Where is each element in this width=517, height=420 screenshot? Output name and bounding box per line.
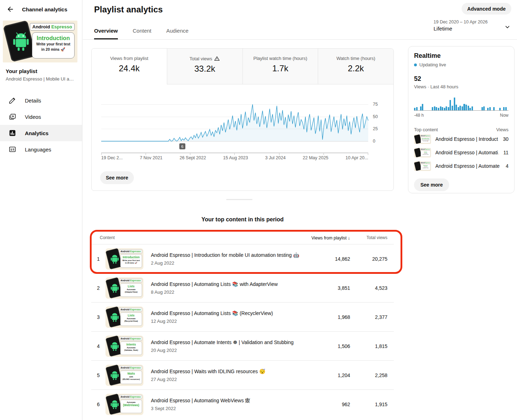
- realtime-title: Realtime: [414, 52, 508, 60]
- video-views: 30: [503, 136, 508, 142]
- video-title: Android Espresso | Automating WebViews 🕸: [151, 397, 308, 404]
- column-content: Content: [91, 235, 308, 240]
- realtime-see-more-button[interactable]: See more: [414, 178, 449, 191]
- date-range-selector[interactable]: 19 Dec 2020 – 10 Apr 2026 Lifetime: [434, 20, 488, 32]
- tab-audience[interactable]: Audience: [166, 28, 189, 39]
- views-from-playlist-value: 14,862: [308, 256, 350, 262]
- realtime-bar-chart: [414, 97, 508, 111]
- your-playlist-label: Your playlist: [6, 68, 76, 74]
- views-trend-chart[interactable]: [101, 102, 368, 143]
- metric-playlist-watch-time[interactable]: Playlist watch time (hours) 1.7k: [243, 49, 318, 84]
- sidebar-item-label: Analytics: [25, 130, 49, 136]
- video-title: Android Espresso | Introduction for mobi…: [151, 252, 308, 258]
- page-title: Playlist analytics: [94, 5, 163, 15]
- video-date: 3 Sept 2022: [151, 406, 308, 411]
- total-views-value: 1,915: [350, 402, 387, 407]
- views-from-playlist-value: 3,851: [308, 285, 350, 291]
- warning-icon: [214, 56, 220, 61]
- table-row[interactable]: 2 Android Espresso ListsAutomate(Adapter…: [91, 273, 394, 302]
- realtime-views-count: 52: [414, 75, 508, 83]
- date-period-text: Lifetime: [434, 26, 488, 32]
- video-title: Android Espresso | Automate Intents ☸ | …: [151, 339, 308, 346]
- captions-icon: [9, 145, 16, 153]
- video-title: Android Espresso | Automate …: [435, 163, 501, 169]
- analytics-chart-card: Views from playlist 24.4k Total views 33…: [91, 48, 394, 191]
- views-from-playlist-value: 1,968: [308, 314, 350, 320]
- y-axis-tick: 50: [373, 114, 378, 119]
- video-thumbnail: Android Espresso IntroductionWrite your …: [414, 134, 431, 144]
- total-views-value: 20,275: [350, 256, 387, 262]
- sidebar-item-details[interactable]: Details: [0, 92, 82, 109]
- metric-tabs: Views from playlist 24.4k Total views 33…: [92, 49, 393, 84]
- back-arrow-icon[interactable]: [6, 5, 15, 13]
- date-range-text: 19 Dec 2020 – 10 Apr 2026: [434, 20, 488, 24]
- videos-icon: [9, 113, 16, 121]
- realtime-item[interactable]: Android Espresso IntroductionWrite your …: [414, 132, 508, 146]
- realtime-item[interactable]: Android Espresso IntentsAutomate(Validat…: [414, 159, 508, 173]
- video-thumbnail: Android Espresso Waitswith(IDLING resour…: [105, 365, 143, 386]
- video-date: 20 Aug 2022: [151, 348, 308, 353]
- video-views: 4: [506, 163, 508, 169]
- video-thumbnail: Android Espresso ListsAutomate(AdapterVi…: [105, 277, 143, 299]
- tab-content[interactable]: Content: [133, 28, 152, 39]
- thumb-title-panel: Introduction Write your first test in 20…: [32, 32, 75, 59]
- y-axis-tick: 25: [373, 126, 378, 131]
- see-more-button[interactable]: See more: [100, 171, 134, 184]
- scroll-handle[interactable]: [226, 199, 252, 200]
- thumb-brand-label: Android Espresso: [30, 23, 75, 31]
- axis-end-label: Now: [500, 113, 508, 118]
- total-views-value: 1,815: [350, 343, 387, 349]
- metric-views-from-playlist[interactable]: Views from playlist 24.4k: [92, 49, 167, 84]
- android-robot-icon: [12, 31, 30, 52]
- video-thumbnail: Android Espresso ListsAutomate(RecyclerV…: [414, 148, 431, 158]
- axis-ticks: [101, 153, 368, 155]
- metric-total-views[interactable]: Total views 33.2k: [167, 49, 243, 84]
- top-content-label: Top content: [414, 127, 438, 132]
- sidebar-item-analytics[interactable]: Analytics: [0, 125, 82, 141]
- video-title: Android Espresso | Introduct…: [435, 136, 499, 142]
- column-views-from-playlist[interactable]: Views from playlist ↓: [308, 235, 350, 241]
- table-row[interactable]: 4 Android Espresso IntentsAutomate(Valid…: [91, 331, 394, 360]
- table-row[interactable]: 1 Android Espresso IntroductionWrite you…: [91, 244, 394, 273]
- chart-tooltip-badge: 6: [179, 143, 185, 149]
- playlist-name: Android Espresso | Mobile UI autom…: [6, 76, 76, 82]
- back-label[interactable]: Channel analytics: [22, 6, 67, 12]
- total-views-value: 2,377: [350, 314, 387, 320]
- video-thumbnail: Android Espresso IntroductionWrite your …: [105, 248, 143, 270]
- table-row[interactable]: 5 Android Espresso Waitswith(IDLING reso…: [91, 360, 394, 389]
- total-views-value: 4,523: [350, 285, 387, 291]
- sidebar-item-languages[interactable]: Languages: [0, 141, 82, 158]
- tab-overview[interactable]: Overview: [94, 28, 118, 39]
- column-total-views[interactable]: Total views: [350, 235, 387, 240]
- realtime-card: Realtime Updating live 52 Views · Last 4…: [408, 46, 515, 193]
- row-rank: 2: [91, 285, 105, 291]
- video-views: 11: [503, 150, 508, 155]
- sidebar-item-label: Details: [25, 98, 41, 104]
- video-title: Android Espresso | Waits with IDLING res…: [151, 368, 308, 375]
- main-content: Playlist analytics Advanced mode Overvie…: [83, 0, 517, 420]
- realtime-item[interactable]: Android Espresso ListsAutomate(RecyclerV…: [414, 146, 508, 159]
- row-rank: 1: [91, 256, 105, 262]
- row-rank: 6: [91, 402, 105, 407]
- metric-watch-time[interactable]: Watch time (hours) 2.2k: [318, 49, 393, 84]
- sidebar-item-videos[interactable]: Videos: [0, 109, 82, 125]
- video-date: 27 Aug 2022: [151, 377, 308, 382]
- advanced-mode-button[interactable]: Advanced mode: [462, 3, 511, 15]
- views-from-playlist-value: 1,506: [308, 343, 350, 349]
- axis-start-label: -48 h: [414, 113, 424, 118]
- analytics-icon: [9, 129, 16, 137]
- top-content-table: Content Views from playlist ↓ Total view…: [91, 231, 394, 419]
- table-row[interactable]: 3 Android Espresso ListsAutomate(Recycle…: [91, 302, 394, 331]
- video-title: Android Espresso | Automati…: [435, 150, 499, 155]
- row-rank: 3: [91, 314, 105, 320]
- live-dot-icon: [414, 63, 417, 66]
- table-row[interactable]: 6 Android Espresso Automate(WebViews) An…: [91, 389, 394, 419]
- y-axis-tick: 0: [373, 139, 375, 144]
- row-rank: 4: [91, 343, 105, 349]
- playlist-thumbnail: Android Espresso Introduction Write your…: [3, 21, 77, 62]
- video-thumbnail: Android Espresso IntentsAutomate(Validat…: [105, 336, 143, 357]
- chevron-down-icon[interactable]: [504, 23, 511, 31]
- video-title: Android Espresso | Automating Lists 📚 (R…: [151, 310, 308, 316]
- total-views-value: 2,258: [350, 372, 387, 378]
- views-from-playlist-value: 962: [308, 402, 350, 407]
